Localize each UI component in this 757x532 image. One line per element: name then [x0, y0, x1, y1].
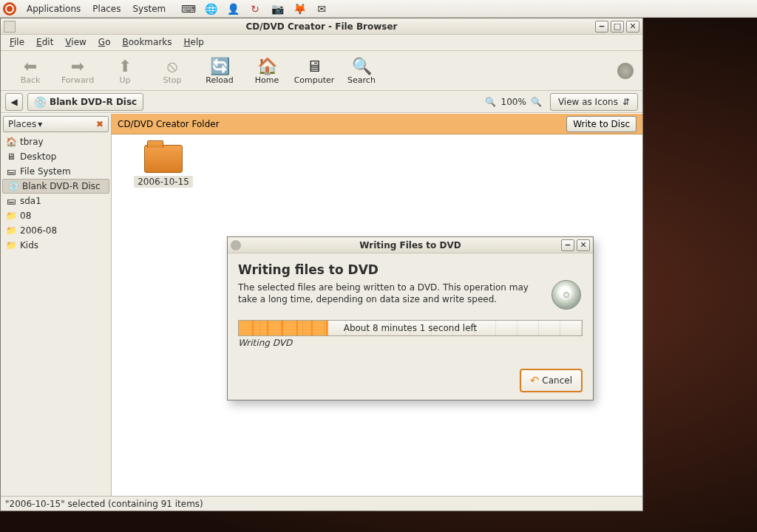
dialog-titlebar[interactable]: Writing Files to DVD ‒ ✕: [228, 237, 593, 253]
menu-bookmarks[interactable]: Bookmarks: [116, 35, 177, 50]
close-button[interactable]: ✕: [626, 21, 639, 33]
place-item-desktop[interactable]: 🖥Desktop: [1, 149, 111, 164]
place-label: Kids: [20, 240, 38, 250]
place-item-kids[interactable]: 📁Kids: [1, 238, 111, 253]
ubuntu-logo-icon[interactable]: [3, 2, 16, 16]
dialog-title: Writing Files to DVD: [359, 240, 461, 250]
person-icon[interactable]: 👤: [225, 2, 241, 16]
menu-view[interactable]: View: [59, 35, 92, 50]
disc-icon: 💿: [34, 96, 47, 108]
place-icon: 📁: [5, 211, 17, 221]
progress-text: About 8 minutes 1 second left: [239, 321, 582, 335]
menu-go[interactable]: Go: [92, 35, 117, 50]
back-arrow-icon: ⬅: [24, 56, 37, 75]
panel-menu-applications[interactable]: Applications: [21, 2, 86, 16]
place-item-08[interactable]: 📁08: [1, 208, 111, 223]
place-item-blank-dvd-r-disc[interactable]: 💿Blank DVD-R Disc: [2, 179, 109, 194]
reload-button[interactable]: 🔄 Reload: [196, 56, 243, 85]
up-button[interactable]: ⬆ Up: [101, 56, 149, 85]
panel-menu-places[interactable]: Places: [86, 2, 126, 16]
zoom-out-button[interactable]: 🔍: [482, 93, 500, 111]
sidebar-header[interactable]: Places ▾ ✖: [3, 116, 109, 132]
titlebar[interactable]: CD/DVD Creator - File Browser ‒ □ ✕: [1, 18, 642, 35]
search-button[interactable]: 🔍 Search: [338, 56, 385, 85]
place-label: Blank DVD-R Disc: [22, 181, 101, 191]
panel-menu-system[interactable]: System: [126, 2, 172, 16]
cancel-label: Cancel: [542, 375, 572, 386]
terminal-icon[interactable]: ⌨: [180, 2, 197, 16]
statusbar: "2006-10-15" selected (containing 91 ite…: [1, 496, 642, 511]
content-header: CD/DVD Creator Folder Write to Disc: [112, 114, 642, 134]
statusbar-text: "2006-10-15" selected (containing 91 ite…: [5, 499, 203, 509]
folder-icon: [144, 145, 183, 173]
minimize-button[interactable]: ‒: [595, 21, 608, 33]
place-item-2006-08[interactable]: 📁2006-08: [1, 223, 111, 238]
place-label: sda1: [20, 196, 41, 206]
update-icon[interactable]: ↻: [247, 2, 263, 16]
folder-item[interactable]: 2006-10-15: [126, 145, 200, 188]
back-label: Back: [21, 75, 41, 85]
stop-button[interactable]: ⦸ Stop: [149, 56, 196, 85]
search-label: Search: [347, 75, 376, 85]
dialog-heading: Writing files to DVD: [238, 262, 583, 277]
throbber-icon: [617, 63, 634, 79]
menubar: File Edit View Go Bookmarks Help: [1, 35, 642, 51]
folder-label: 2006-10-15: [134, 176, 193, 188]
sidebar-close-icon[interactable]: ✖: [96, 119, 103, 129]
dialog-body-text: The selected files are being written to …: [238, 282, 534, 305]
location-bar: ◀ 💿 Blank DVD-R Disc 🔍 100% 🔍 View as Ic…: [1, 91, 642, 113]
menu-edit[interactable]: Edit: [30, 35, 59, 50]
place-item-file-system[interactable]: 🖴File System: [1, 164, 111, 179]
cancel-button[interactable]: ↶ Cancel: [520, 369, 583, 392]
computer-button[interactable]: 🖥 Computer: [291, 56, 338, 85]
progress-bar: About 8 minutes 1 second left: [238, 320, 583, 336]
stop-icon: ⦸: [167, 56, 177, 75]
progress-subtext: Writing DVD: [238, 338, 583, 348]
mail-icon[interactable]: ✉: [313, 2, 330, 16]
stop-label: Stop: [163, 75, 181, 85]
menu-file[interactable]: File: [4, 35, 30, 50]
back-button[interactable]: ⬅ Back: [7, 56, 54, 85]
view-mode-selector[interactable]: View as Icons ⇵: [550, 93, 638, 111]
dvd-icon: [551, 280, 581, 310]
places-sidebar: Places ▾ ✖ 🏠tbray🖥Desktop🖴File System💿Bl…: [1, 114, 112, 496]
content-header-label: CD/DVD Creator Folder: [118, 119, 220, 129]
camera-icon[interactable]: 📷: [269, 2, 285, 16]
write-to-disc-button[interactable]: Write to Disc: [566, 116, 637, 132]
forward-button[interactable]: ➡ Forward: [54, 56, 101, 85]
zoom-controls: 🔍 100% 🔍: [482, 93, 546, 111]
dialog-minimize-button[interactable]: ‒: [561, 239, 574, 251]
reload-icon: 🔄: [210, 56, 230, 75]
gnome-top-panel: Applications Places System ⌨ 🌐 👤 ↻ 📷 🦊 ✉: [0, 0, 757, 18]
place-icon: 🖥: [5, 151, 17, 162]
location-crumb[interactable]: 💿 Blank DVD-R Disc: [27, 93, 143, 111]
zoom-value: 100%: [501, 97, 526, 107]
window-title: CD/DVD Creator - File Browser: [245, 21, 397, 32]
computer-label: Computer: [294, 75, 335, 85]
reload-label: Reload: [206, 75, 233, 85]
place-item-tbray[interactable]: 🏠tbray: [1, 134, 111, 149]
gimp-icon[interactable]: 🦊: [291, 2, 308, 16]
forward-arrow-icon: ➡: [71, 56, 84, 75]
path-back-button[interactable]: ◀: [5, 93, 23, 111]
place-icon: 💿: [7, 181, 19, 191]
place-item-sda1[interactable]: 🖴sda1: [1, 194, 111, 208]
maximize-button[interactable]: □: [611, 21, 624, 33]
dialog-close-button[interactable]: ✕: [577, 239, 590, 251]
search-icon: 🔍: [352, 56, 372, 75]
menu-help[interactable]: Help: [178, 35, 210, 50]
up-arrow-icon: ⬆: [118, 56, 132, 75]
home-button[interactable]: 🏠 Home: [243, 56, 291, 85]
place-icon: 🖴: [5, 196, 17, 206]
place-label: 2006-08: [20, 225, 57, 236]
location-label: Blank DVD-R Disc: [50, 97, 137, 107]
dialog-app-icon: [231, 240, 241, 250]
place-label: tbray: [20, 137, 44, 147]
writing-dvd-dialog: Writing Files to DVD ‒ ✕ Writing files t…: [227, 236, 594, 400]
place-icon: 🏠: [5, 137, 17, 147]
zoom-in-button[interactable]: 🔍: [528, 93, 546, 111]
web-icon[interactable]: 🌐: [203, 2, 219, 16]
place-icon: 📁: [5, 240, 17, 250]
home-icon: 🏠: [257, 56, 277, 75]
view-mode-label: View as Icons: [558, 97, 618, 107]
